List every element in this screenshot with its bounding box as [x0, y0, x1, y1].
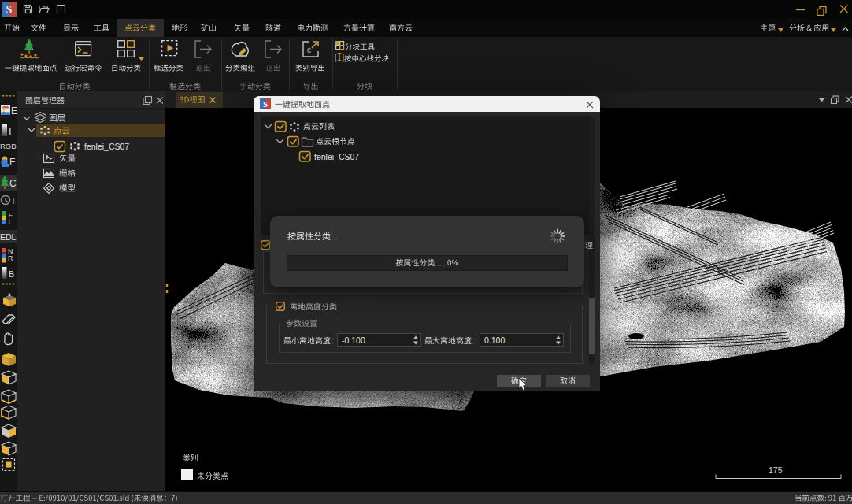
svg-text:F: F — [9, 157, 15, 168]
svg-text:fenlei_CS07: fenlei_CS07 — [314, 152, 359, 161]
svg-text:L: L — [9, 218, 13, 226]
svg-text:fenlei_CS07: fenlei_CS07 — [84, 142, 129, 151]
svg-text:I: I — [9, 125, 12, 137]
svg-text:C: C — [9, 178, 17, 189]
svg-text:c: c — [307, 46, 311, 54]
svg-text:T: T — [11, 196, 17, 206]
svg-text:E: E — [11, 106, 17, 117]
svg-text:B: B — [9, 269, 14, 279]
svg-text:EDL: EDL — [0, 232, 17, 242]
svg-text:R: R — [8, 254, 13, 262]
svg-text:S: S — [263, 99, 268, 109]
svg-text:RGB: RGB — [0, 142, 17, 150]
svg-text:S: S — [6, 4, 13, 16]
